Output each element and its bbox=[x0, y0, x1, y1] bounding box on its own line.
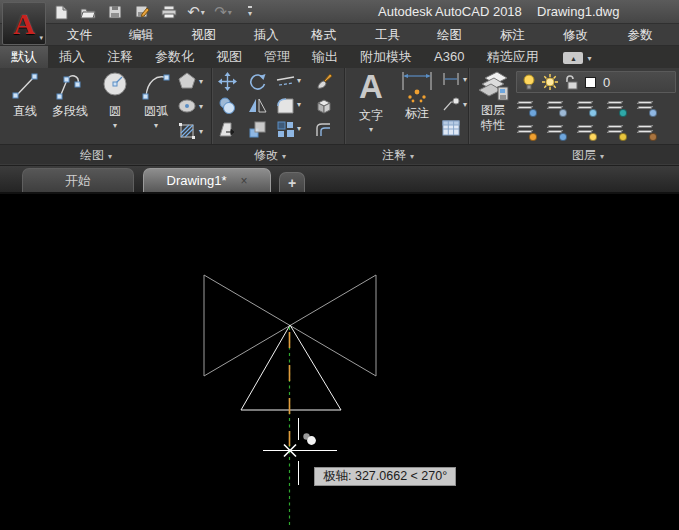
layer-lock-button[interactable] bbox=[604, 98, 628, 118]
circle-button[interactable]: 圆 ▾ bbox=[96, 70, 134, 130]
menu-dimension[interactable]: 标注(N) bbox=[489, 24, 552, 46]
layer-properties-button[interactable]: 图层特性 bbox=[472, 70, 514, 133]
leader-dropdown-icon[interactable]: ▾ bbox=[463, 100, 467, 109]
move-button[interactable] bbox=[216, 70, 238, 92]
layer-previous-button[interactable] bbox=[544, 98, 568, 118]
arc-button[interactable]: 圆弧 ▾ bbox=[136, 70, 176, 130]
close-tab-icon[interactable]: × bbox=[240, 174, 247, 188]
fillet-dropdown-icon[interactable]: ▾ bbox=[297, 100, 301, 109]
ribbon-tab-addins[interactable]: 附加模块 bbox=[349, 46, 423, 68]
redo-dropdown-icon[interactable]: ▾ bbox=[228, 8, 232, 17]
trim-button[interactable] bbox=[274, 70, 296, 92]
table-button[interactable] bbox=[442, 120, 460, 136]
layer-thaw-button[interactable] bbox=[574, 122, 598, 142]
open-file-button[interactable] bbox=[79, 3, 97, 21]
polyline-button[interactable]: 多段线 bbox=[46, 70, 94, 120]
dimension-button[interactable]: 标注 bbox=[394, 70, 440, 122]
circle-dropdown-icon[interactable]: ▾ bbox=[113, 121, 117, 130]
undo-dropdown-icon[interactable]: ▾ bbox=[201, 8, 205, 17]
menu-parametric[interactable]: 参数(P) bbox=[617, 24, 679, 46]
layer-isolate-button[interactable] bbox=[514, 98, 538, 118]
menu-insert[interactable]: 插入(I) bbox=[243, 24, 301, 46]
triangle-geometry[interactable] bbox=[241, 325, 341, 410]
erase-brush-icon bbox=[314, 72, 333, 91]
layer-dropdown[interactable]: 0 bbox=[516, 71, 676, 93]
menu-format[interactable]: 格式(O) bbox=[300, 24, 364, 46]
layer-panel-dropdown-icon: ▾ bbox=[600, 152, 604, 161]
dim-linear-dropdown-icon[interactable]: ▾ bbox=[463, 75, 467, 84]
ribbon-tab-parametric[interactable]: 参数化 bbox=[144, 46, 205, 68]
customize-qat-button[interactable]: ▾ bbox=[241, 3, 259, 21]
save-as-button[interactable] bbox=[133, 3, 151, 21]
fillet-button[interactable] bbox=[274, 94, 296, 116]
arc-dropdown-icon[interactable]: ▾ bbox=[154, 121, 158, 130]
modify-panel-label[interactable]: 修改▾ bbox=[254, 147, 286, 164]
drawing1-tab[interactable]: Drawing1* × bbox=[143, 168, 271, 192]
ribbon-tab-output[interactable]: 输出 bbox=[301, 46, 349, 68]
offset-button[interactable] bbox=[312, 118, 334, 140]
menu-draw[interactable]: 绘图(D) bbox=[426, 24, 489, 46]
plot-button[interactable] bbox=[160, 3, 178, 21]
layer-thaw-icon bbox=[589, 133, 597, 141]
application-menu-button[interactable]: A ▾ bbox=[2, 2, 46, 45]
hatch-dropdown-icon[interactable]: ▾ bbox=[199, 127, 203, 136]
line-button[interactable]: 直线 bbox=[6, 70, 44, 120]
ribbon-tab-insert[interactable]: 插入 bbox=[48, 46, 96, 68]
layer-unlock-button[interactable] bbox=[604, 122, 628, 142]
ribbon-tab-annotate[interactable]: 注释 bbox=[96, 46, 144, 68]
scale-button[interactable] bbox=[246, 118, 268, 140]
annotate-panel-label[interactable]: 注释▾ bbox=[382, 147, 414, 164]
ribbon-tab-manage[interactable]: 管理 bbox=[253, 46, 301, 68]
text-dropdown-icon[interactable]: ▾ bbox=[369, 125, 373, 134]
menu-modify[interactable]: 修改(M) bbox=[552, 24, 616, 46]
layer-panel-label[interactable]: 图层▾ bbox=[572, 147, 604, 164]
menu-tools[interactable]: 工具(T) bbox=[364, 24, 426, 46]
menu-edit[interactable]: 编辑(E) bbox=[118, 24, 180, 46]
rotate-button[interactable] bbox=[246, 70, 268, 92]
dim-linear-button[interactable]: ▾ bbox=[442, 72, 467, 86]
explode-button[interactable] bbox=[312, 94, 334, 116]
layer-make-current-button[interactable] bbox=[634, 98, 658, 118]
leader-button[interactable]: ▾ bbox=[442, 96, 467, 112]
ribbon-tab-a360[interactable]: A360 bbox=[423, 46, 475, 68]
layer-freeze-button[interactable] bbox=[574, 98, 598, 118]
save-button[interactable] bbox=[106, 3, 124, 21]
copy-button[interactable] bbox=[216, 94, 238, 116]
new-drawing-tab-button[interactable]: + bbox=[279, 172, 305, 192]
layer-copy-objects-button[interactable] bbox=[544, 122, 568, 142]
mirror-button[interactable] bbox=[246, 94, 268, 116]
trim-dropdown-icon[interactable]: ▾ bbox=[297, 76, 301, 85]
stretch-button[interactable] bbox=[216, 118, 238, 140]
ellipse-dropdown-icon[interactable]: ▾ bbox=[199, 102, 203, 111]
start-tab[interactable]: 开始 bbox=[22, 168, 134, 192]
menu-view[interactable]: 视图(V) bbox=[180, 24, 242, 46]
text-button[interactable]: A 文字 ▾ bbox=[352, 68, 390, 134]
redo-button[interactable]: ↷ ▾ bbox=[214, 3, 232, 21]
undo-button[interactable]: ↶ ▾ bbox=[187, 3, 205, 21]
new-file-button[interactable] bbox=[52, 3, 70, 21]
text-icon: A bbox=[359, 68, 383, 106]
annotate-panel-dropdown-icon: ▾ bbox=[410, 152, 414, 161]
layer-match-button[interactable] bbox=[634, 122, 658, 142]
ribbon-collapse-dropdown-icon[interactable]: ▾ bbox=[587, 54, 591, 63]
layer-off-icon bbox=[529, 133, 537, 141]
array-dropdown-icon[interactable]: ▾ bbox=[297, 124, 301, 133]
array-icon bbox=[276, 120, 295, 139]
draw-panel-label[interactable]: 绘图▾ bbox=[80, 147, 112, 164]
polyline-icon bbox=[55, 70, 85, 102]
ellipse-button[interactable]: ▾ bbox=[178, 98, 203, 114]
ribbon-tab-view[interactable]: 视图 bbox=[205, 46, 253, 68]
drawing-canvas[interactable]: 极轴: 327.0662 < 270° bbox=[0, 194, 679, 530]
erase-button[interactable] bbox=[312, 70, 334, 92]
array-button[interactable] bbox=[274, 118, 296, 140]
trim-icon bbox=[276, 72, 295, 91]
menu-file[interactable]: 文件(F) bbox=[56, 24, 118, 46]
layer-off-button[interactable] bbox=[514, 122, 538, 142]
ribbon-tab-home[interactable]: 默认 bbox=[0, 46, 48, 68]
hatch-button[interactable]: ▾ bbox=[178, 122, 203, 140]
autocad-logo-icon: A bbox=[13, 9, 35, 39]
ribbon-tab-featured-apps[interactable]: 精选应用 bbox=[475, 46, 549, 68]
polygon-dropdown-icon[interactable]: ▾ bbox=[199, 77, 203, 86]
ribbon-collapse-button[interactable]: ▲ bbox=[563, 52, 583, 64]
polygon-button[interactable]: ▾ bbox=[178, 72, 203, 90]
